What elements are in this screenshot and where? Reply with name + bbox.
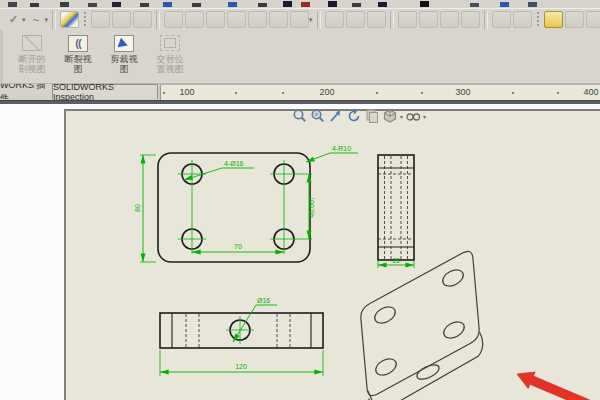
alternate-position-icon bbox=[160, 35, 180, 51]
clipped-icon bbox=[283, 1, 292, 7]
ruler-tick bbox=[235, 92, 237, 94]
isometric-view[interactable] bbox=[361, 251, 483, 400]
table-icon[interactable] bbox=[492, 11, 511, 28]
clipped-toolbar-row bbox=[0, 0, 600, 8]
button-label: 图 bbox=[74, 64, 83, 74]
dropdown-caret[interactable]: ▾ bbox=[45, 16, 49, 24]
button-label: 剖视图 bbox=[19, 64, 46, 74]
relative-view-icon[interactable] bbox=[227, 11, 246, 28]
top-view[interactable]: Ø16 120 bbox=[160, 297, 323, 376]
ruler-tick bbox=[421, 92, 423, 94]
clipped-icon bbox=[30, 3, 39, 7]
clipped-icon bbox=[112, 2, 121, 7]
ruler-tick bbox=[557, 92, 559, 94]
empty-view-icon[interactable] bbox=[269, 11, 288, 28]
tab-solidworks-plugins[interactable]: WORKS 插件 bbox=[0, 84, 54, 99]
model-items-icon[interactable] bbox=[346, 11, 365, 28]
new-sheet-icon[interactable] bbox=[544, 11, 563, 28]
dim-holes-callout[interactable]: 4-Ø16 bbox=[224, 160, 244, 167]
projected-view-icon[interactable] bbox=[112, 11, 131, 28]
clipped-icon bbox=[228, 2, 237, 7]
break-view-icon: (( bbox=[68, 35, 88, 52]
detail-view-icon[interactable] bbox=[206, 11, 225, 28]
broken-out-section-icon bbox=[22, 35, 42, 51]
button-label: 剪裁视 bbox=[111, 54, 138, 64]
broken-out-section-button[interactable]: 断开的剖视图 bbox=[9, 33, 55, 81]
side-view[interactable]: 25 bbox=[378, 155, 414, 268]
clipped-icon bbox=[258, 3, 267, 7]
clipped-icon bbox=[301, 2, 310, 7]
update-view-icon[interactable] bbox=[367, 11, 386, 28]
dropdown-caret[interactable]: ▾ bbox=[309, 16, 313, 24]
clipped-icon bbox=[470, 3, 479, 7]
ruler-tick bbox=[512, 92, 514, 94]
sheet-properties-icon[interactable] bbox=[565, 11, 584, 28]
dim-fillet-callout[interactable]: 4-R10 bbox=[332, 145, 351, 152]
dim-plate-height[interactable]: 80 bbox=[134, 204, 141, 212]
red-arrow bbox=[517, 372, 592, 400]
button-label: 断裂视 bbox=[65, 54, 92, 64]
dim-thickness[interactable]: 25 bbox=[392, 257, 400, 264]
ruler-number: 200 bbox=[313, 87, 341, 97]
clipped-icon bbox=[88, 3, 97, 7]
ruler-number: 300 bbox=[449, 87, 477, 97]
dimension-tool-icon[interactable]: ✓ bbox=[5, 12, 22, 27]
toolbar-separator bbox=[83, 12, 87, 28]
ruler-tick bbox=[376, 92, 378, 94]
drawing-views-canvas: 4-Ø16 4-R10 80 46.667 70 2 bbox=[0, 104, 600, 400]
dim-plate-length[interactable]: 120 bbox=[235, 363, 247, 370]
magnetic-line-icon[interactable] bbox=[440, 11, 459, 28]
dim-hole-v-spacing[interactable]: 46.667 bbox=[308, 196, 315, 218]
toolbar-separator bbox=[156, 11, 160, 29]
alternate-position-button[interactable]: 交替位置视图 bbox=[147, 33, 193, 81]
dim-hole-h-spacing[interactable]: 70 bbox=[234, 243, 242, 250]
auxiliary-view-icon[interactable] bbox=[133, 11, 152, 28]
section-line-icon[interactable] bbox=[60, 11, 79, 28]
dropdown-caret[interactable]: ▾ bbox=[22, 16, 26, 24]
clipped-icon bbox=[328, 1, 337, 7]
clipped-icon bbox=[140, 3, 149, 7]
button-label: 断开的 bbox=[19, 54, 46, 64]
clipped-icon bbox=[420, 1, 429, 7]
front-view[interactable]: 4-Ø16 4-R10 80 46.667 70 bbox=[134, 145, 358, 262]
ruler-tick bbox=[163, 92, 165, 94]
clipped-icon bbox=[500, 2, 509, 7]
button-label: 交替位 bbox=[157, 54, 184, 64]
break-view-button[interactable]: ((断裂视图 bbox=[55, 33, 101, 81]
ruler-number: 400 bbox=[577, 87, 600, 97]
toolbar-separator bbox=[317, 11, 321, 29]
toolbar-separator bbox=[390, 11, 394, 29]
toolbar-row2: ✓▾~▾▾⇅G bbox=[0, 8, 600, 30]
tab-solidworks-inspection[interactable]: SOLIDWORKS Inspection bbox=[52, 84, 158, 99]
dim-center-hole[interactable]: Ø16 bbox=[257, 297, 270, 304]
auto-balloon-icon[interactable] bbox=[419, 11, 438, 28]
horizontal-ruler: 100200300400 bbox=[160, 84, 600, 100]
standard-view-icon[interactable] bbox=[248, 11, 267, 28]
aligned-section-view-icon[interactable] bbox=[185, 11, 204, 28]
sheet-format-icon[interactable] bbox=[586, 11, 600, 28]
graphics-area[interactable]: ▾ ▾ bbox=[0, 104, 600, 400]
standard-3view-icon[interactable] bbox=[325, 11, 344, 28]
balloon-icon[interactable] bbox=[398, 11, 417, 28]
revision-table-icon[interactable] bbox=[513, 11, 532, 28]
button-label: 图 bbox=[120, 64, 129, 74]
predefined-view-icon[interactable] bbox=[290, 11, 309, 28]
clipped-icon bbox=[528, 2, 537, 7]
ruler-tick bbox=[282, 92, 284, 94]
clipped-icon bbox=[192, 3, 201, 7]
clipped-icon bbox=[60, 2, 69, 7]
crop-view-icon bbox=[114, 35, 134, 52]
clipped-icon bbox=[378, 2, 387, 7]
toolbar-row3: 断开的剖视图((断裂视图剪裁视图交替位置视图 bbox=[0, 30, 600, 84]
section-view-icon[interactable] bbox=[164, 11, 183, 28]
clipped-icon bbox=[352, 3, 361, 7]
model-view-icon[interactable] bbox=[91, 11, 110, 28]
spline-tool-icon[interactable]: ~ bbox=[28, 12, 45, 27]
crop-view-button[interactable]: 剪裁视图 bbox=[101, 33, 147, 81]
no-symbol-icon[interactable] bbox=[461, 11, 480, 28]
clipped-icon bbox=[163, 2, 172, 7]
toolbar-separator bbox=[52, 11, 56, 29]
toolbar-separator bbox=[484, 11, 488, 29]
ruler-number: 100 bbox=[173, 87, 201, 97]
clipped-icon bbox=[8, 2, 17, 7]
